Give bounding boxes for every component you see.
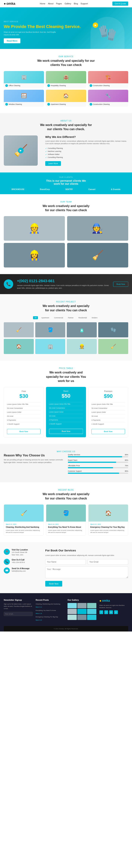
project-img-3: 🧤: [98, 322, 128, 337]
footer-gallery-thumb[interactable]: [67, 615, 77, 620]
contact-line-20: hello@domka.com: [12, 570, 29, 572]
project-tab-modern[interactable]: Modern: [90, 316, 99, 319]
blog-excerpt-0: Lorem ipsum dolor sit amet consectetur a…: [6, 529, 42, 533]
service-card-1[interactable]: 🏨 ✓ Hospitality Cleaning: [46, 71, 86, 88]
footer: Newsletter Signup Sign up for the latest…: [0, 593, 132, 631]
project-card-2[interactable]: 🧴: [67, 322, 97, 337]
project-card-6[interactable]: 👷: [67, 339, 97, 354]
contact-item-2: ✉️ Send Us A Message hello@domka.com: [4, 567, 41, 574]
team-card-3[interactable]: 🧹: [67, 243, 128, 268]
blog-card-2[interactable]: 🏠 March 22, 2021 Emergency Cleaning For …: [88, 504, 128, 535]
blog-card-1[interactable]: 🪣 March 18, 2021 Everything You Need To …: [46, 504, 86, 535]
project-card-7[interactable]: 🧹: [98, 339, 128, 354]
hero-cta-button[interactable]: Read More: [4, 38, 20, 43]
message-textarea[interactable]: [45, 566, 128, 578]
service-card-3[interactable]: 🪟 ✓ Window Cleaning: [4, 90, 44, 106]
team-card-0[interactable]: 👷: [4, 216, 65, 241]
service-card-4[interactable]: 🏠 ✓ Apartment Cleaning: [46, 90, 86, 106]
project-card-1[interactable]: 🪣: [35, 322, 65, 337]
pricing-price-basic: $50: [49, 393, 83, 399]
footer-col-brand: ● omka Etiam sit amet orci eget eros fau…: [99, 599, 128, 622]
linkedin-icon[interactable]: in: [109, 610, 113, 614]
footer-gallery-thumb[interactable]: [67, 609, 77, 614]
contact-detail-0: Visit Our Location 123 South Street SB N…: [12, 549, 28, 556]
pricing-feature-free-0: Lorem Ipsum Dolor Fife Title: [7, 402, 40, 406]
nav-cta-button[interactable]: Get A Quote: [112, 1, 128, 6]
service-icon-2: ✓: [90, 84, 92, 87]
footer-gallery-thumb[interactable]: [77, 603, 87, 608]
footer-grid: Newsletter Signup Sign up for the latest…: [4, 599, 128, 622]
service-label-4: ✓ Apartment Cleaning: [46, 102, 86, 106]
project-tab-apartment[interactable]: Apartment: [40, 316, 51, 319]
project-card-4[interactable]: 🏠: [4, 339, 34, 354]
project-tab-residential[interactable]: Residential: [77, 316, 89, 319]
team-card-1[interactable]: 🧑‍🔧: [67, 216, 128, 241]
logo-dot: ●: [4, 2, 6, 6]
cta-phone-icon: 📞: [4, 279, 13, 289]
contact-section: 📍 Visit Our Location 123 South Street SB…: [0, 542, 132, 593]
facebook-icon[interactable]: f: [99, 610, 103, 614]
nav-gallery[interactable]: Gallery: [65, 2, 71, 5]
cta-description: Aenean commodo ligula eget dolor. Aenean…: [17, 284, 109, 289]
footer-post-2[interactable]: Emergency Cleaning For Big Day March 22: [36, 616, 65, 621]
project-tab-partner[interactable]: Partner: [67, 316, 75, 319]
newsletter-input[interactable]: [4, 612, 33, 616]
nav-support[interactable]: Support: [80, 2, 88, 5]
service-card-0[interactable]: 🏢 ✓ Office Cleaning: [4, 71, 44, 88]
pricing-card-free: Free $30 Lorem Ipsum Dolor Fife Title Si…: [4, 387, 44, 437]
youtube-icon[interactable]: y: [114, 610, 118, 614]
pricing-btn-basic[interactable]: Book Now: [49, 429, 83, 434]
hero-play-button[interactable]: ▶: [93, 23, 98, 28]
pricing-grid: Free $30 Lorem Ipsum Dolor Fife Title Si…: [4, 387, 128, 437]
bar-fill-2: [68, 467, 113, 468]
why-cta-button[interactable]: Learn More: [45, 161, 61, 166]
nav-about[interactable]: About: [48, 2, 53, 5]
footer-gallery-thumb[interactable]: [87, 615, 96, 620]
project-img-7: 🧹: [98, 339, 128, 354]
blog-card-0[interactable]: 🧹 March 12, 2021 Cleaning, Disinfecting …: [4, 504, 44, 535]
footer-post-1[interactable]: Everything You Need To Know March 18: [36, 610, 65, 615]
project-card-3[interactable]: 🧤: [98, 322, 128, 337]
bar-fill-0: [68, 456, 122, 457]
team-card-2[interactable]: 👷‍♀️: [4, 243, 65, 268]
project-tab-all[interactable]: All: [33, 316, 38, 319]
form-submit-button[interactable]: Book Now: [45, 581, 62, 587]
footer-gallery-thumb[interactable]: [67, 603, 77, 608]
pricing-btn-premium[interactable]: Book Now: [92, 429, 125, 434]
footer-gallery-thumb[interactable]: [87, 609, 96, 614]
nav-pages[interactable]: Pages: [56, 2, 62, 5]
nav-home[interactable]: Home: [40, 2, 45, 5]
service-card-5[interactable]: 🔧 ✓ Construction Cleaning: [88, 90, 128, 106]
project-img-5: 🏢: [35, 339, 65, 354]
blog-post-title-2: Emergency Cleaning For Your Big Day: [90, 526, 126, 528]
service-label-5: ✓ Construction Cleaning: [88, 102, 128, 106]
footer-gallery-thumb[interactable]: [77, 609, 87, 614]
logo[interactable]: ● omka: [4, 2, 15, 6]
contact-line-10: +001-234-5678-9: [12, 561, 25, 564]
footer-gallery-thumb[interactable]: [87, 603, 96, 608]
name-input[interactable]: [45, 559, 86, 565]
nav-blog[interactable]: Blog: [74, 2, 78, 5]
pricing-btn-free[interactable]: Book Now: [7, 429, 40, 434]
hero-title-part2: Cleaning Service.: [46, 24, 81, 29]
project-card-5[interactable]: 🏢: [35, 339, 65, 354]
why-play-button[interactable]: ▶: [18, 148, 24, 153]
service-card-2[interactable]: 🏗️ ✓ Construction Cleaning: [88, 71, 128, 88]
project-tab-commercial[interactable]: Commercial: [53, 316, 65, 319]
client-logo-2: SENTRY: [65, 188, 73, 190]
footer-gallery-thumb[interactable]: [77, 615, 87, 620]
cta-book-button[interactable]: Book Now: [113, 282, 128, 287]
pricing-body-premium: Lorem Ipsum Dolor Fife Title Sit Amet Co…: [89, 402, 128, 429]
footer-post-0[interactable]: Cleaning, Disinfecting And Sanitizing Ma…: [36, 603, 65, 608]
blog-grid: 🧹 March 12, 2021 Cleaning, Disinfecting …: [4, 504, 128, 535]
pricing-feature-basic-3: Sit Amet: [49, 414, 83, 418]
blog-post-title-0: Cleaning, Disinfecting And Sanitizing: [6, 526, 42, 528]
contact-detail-2: Send Us A Message hello@domka.com: [12, 567, 29, 572]
twitter-icon[interactable]: t: [104, 610, 108, 614]
email-input[interactable]: [88, 559, 128, 565]
pricing-btn-wrap-basic: Book Now: [46, 429, 86, 437]
call-icon: 📞: [4, 559, 10, 565]
project-card-0[interactable]: 🧹: [4, 322, 34, 337]
gallery-title: Our Gallery: [67, 599, 96, 601]
contact-line-00: 123 South Street SB: [12, 551, 28, 554]
